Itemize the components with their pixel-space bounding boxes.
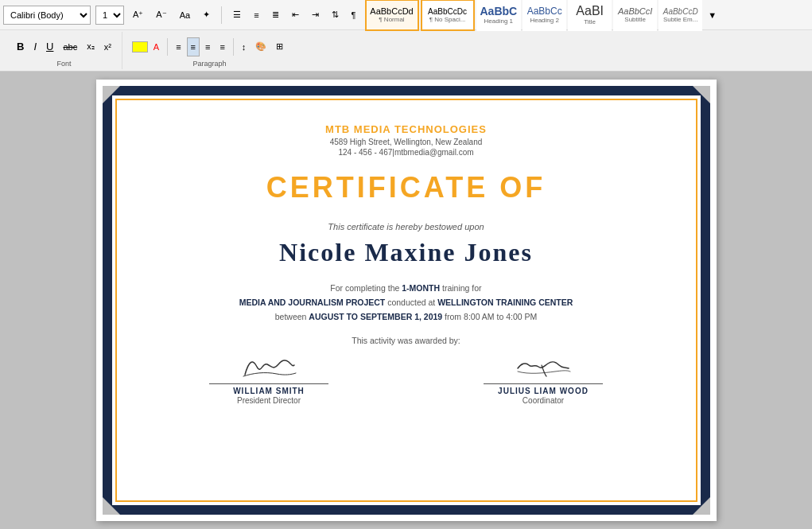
font-family-selector[interactable]: Calibri (Body)	[3, 6, 91, 25]
certificate-content: MTB MEDIA TECHNOLOGIES 4589 High Street,…	[132, 107, 681, 493]
justify-button[interactable]: ≡	[216, 37, 228, 56]
heading1-preview: AaBbC	[480, 5, 518, 18]
align-right-button[interactable]: ≡	[201, 37, 214, 56]
signer1-line	[209, 383, 328, 384]
align-left-button[interactable]: ≡	[172, 37, 185, 56]
paragraph-buttons: A ≡ ≡ ≡ ≡ ↕ 🎨 ⊞	[132, 33, 288, 60]
styles-more-button[interactable]: ▼	[704, 6, 721, 25]
signer2-title: Coordinator	[523, 396, 564, 405]
change-case-button[interactable]: Aa	[176, 6, 194, 25]
style-normal[interactable]: AaBbCcDd ¶ Normal	[365, 0, 419, 31]
signer1-name: WILLIAM SMITH	[233, 387, 305, 395]
signer1-title: President Director	[237, 396, 301, 405]
signatures-row: WILLIAM SMITH President Director JULIUS …	[132, 352, 681, 405]
sort-button[interactable]: ⇅	[328, 6, 343, 25]
style-subtle[interactable]: AaBbCcD Subtle Em...	[659, 0, 702, 31]
style-heading2[interactable]: AaBbCc Heading 2	[523, 0, 566, 31]
subtle-preview: AaBbCcD	[663, 7, 698, 16]
signer2-signature	[511, 352, 575, 382]
signer1-sig-svg	[237, 352, 301, 381]
subtitle-preview: AaBbCcI	[618, 6, 652, 16]
style-title[interactable]: AaBI Title	[568, 0, 612, 31]
underline-button[interactable]: U	[42, 37, 57, 56]
document-area: MTB MEDIA TECHNOLOGIES 4589 High Street,…	[0, 72, 812, 529]
signer2-name: JULIUS LIAM WOOD	[498, 387, 589, 395]
bestowed-text: This certificate is hereby bestowed upon	[328, 222, 484, 231]
toolbar: Calibri (Body) 11 A⁺ A⁻ Aa ✦ ☰ ≡ ≣ ⇤ ⇥ ⇅…	[0, 0, 812, 72]
clear-format-button[interactable]: ✦	[199, 6, 214, 25]
line-spacing-button[interactable]: ↕	[238, 37, 251, 56]
style-heading1[interactable]: AaBbC Heading 1	[476, 0, 522, 31]
corner-cut-tr	[693, 86, 710, 103]
certificate-page: MTB MEDIA TECHNOLOGIES 4589 High Street,…	[96, 80, 717, 521]
signer2-line	[484, 383, 603, 384]
show-para-button[interactable]: ¶	[348, 6, 360, 25]
title-preview: AaBI	[576, 4, 604, 18]
para-sep2	[233, 38, 234, 56]
font-size-selector[interactable]: 11	[95, 6, 124, 25]
corner-cut-br	[693, 497, 710, 515]
sep1	[221, 6, 222, 24]
ribbon-top-row: Calibri (Body) 11 A⁺ A⁻ Aa ✦ ☰ ≡ ≣ ⇤ ⇥ ⇅…	[0, 0, 812, 30]
signer1-block: WILLIAM SMITH President Director	[197, 352, 340, 405]
italic-button[interactable]: I	[29, 37, 41, 56]
style-normal-preview: AaBbCcDd	[370, 6, 413, 16]
recipient-name: Nicole Maxine Jones	[279, 238, 533, 267]
body-line2: MEDIA AND JOURNALISM PROJECT conducted a…	[239, 296, 573, 310]
style-nospace[interactable]: AaBbCcDc ¶ No Spaci...	[421, 0, 475, 31]
shading-button[interactable]: 🎨	[251, 37, 270, 56]
para-sep	[167, 38, 168, 56]
awarded-by-text: This activity was awarded by:	[352, 336, 460, 345]
heading2-preview: AaBbCc	[527, 6, 562, 17]
increase-indent-button[interactable]: ⇥	[308, 6, 323, 25]
corner-cut-bl	[103, 497, 120, 515]
signer1-signature	[237, 352, 301, 382]
decrease-indent-button[interactable]: ⇤	[288, 6, 303, 25]
subscript-button[interactable]: x₂	[83, 37, 99, 56]
borders-button[interactable]: ⊞	[272, 37, 287, 56]
company-name: MTB MEDIA TECHNOLOGIES	[325, 123, 487, 135]
body-line1: For completing the 1-month training for	[239, 282, 573, 296]
superscript-button[interactable]: x²	[100, 37, 115, 56]
font-section-label: Font	[56, 60, 71, 68]
bullets-button[interactable]: ☰	[229, 6, 245, 25]
signer2-sig-svg	[511, 352, 575, 381]
shrink-font-button[interactable]: A⁻	[152, 6, 170, 25]
font-color-button[interactable]: A	[150, 37, 163, 56]
body-line3: between AUGUST to SEPTEMBER 1, 2019 from…	[239, 310, 573, 325]
bold-button[interactable]: B	[13, 37, 28, 56]
font-section: B I U abc x₂ x² Font	[6, 32, 122, 69]
paragraph-section-label: Paragraph	[193, 60, 227, 68]
certificate-body: For completing the 1-month training for …	[239, 282, 573, 325]
company-address: 4589 High Street, Wellington, New Zealan…	[330, 138, 483, 146]
style-nospace-preview: AaBbCcDc	[428, 7, 467, 16]
company-contact: 124 - 456 - 467|mtbmedia@gmail.com	[338, 148, 473, 157]
font-buttons: B I U abc x₂ x²	[13, 33, 115, 60]
grow-font-button[interactable]: A⁺	[129, 6, 147, 25]
corner-cut-tl	[103, 86, 120, 103]
paragraph-section: A ≡ ≡ ≡ ≡ ↕ 🎨 ⊞ Paragraph	[126, 32, 294, 69]
styles-section: AaBbCcDd ¶ Normal AaBbCcDc ¶ No Spaci...…	[365, 0, 721, 31]
align-center-button[interactable]: ≡	[187, 37, 200, 56]
strikethrough-button[interactable]: abc	[59, 37, 81, 56]
ribbon-bottom-row: B I U abc x₂ x² Font A ≡ ≡ ≡ ≡ ↕ 🎨 ⊞	[0, 30, 812, 71]
highlight-color-button[interactable]	[132, 41, 148, 53]
certificate-title: CERTIFICATE OF	[266, 171, 546, 204]
numbering-button[interactable]: ≡	[250, 6, 262, 25]
style-subtitle[interactable]: AaBbCcI Subtitle	[613, 0, 657, 31]
signer2-block: JULIUS LIAM WOOD Coordinator	[472, 352, 615, 405]
multilevel-list-button[interactable]: ≣	[268, 6, 283, 25]
